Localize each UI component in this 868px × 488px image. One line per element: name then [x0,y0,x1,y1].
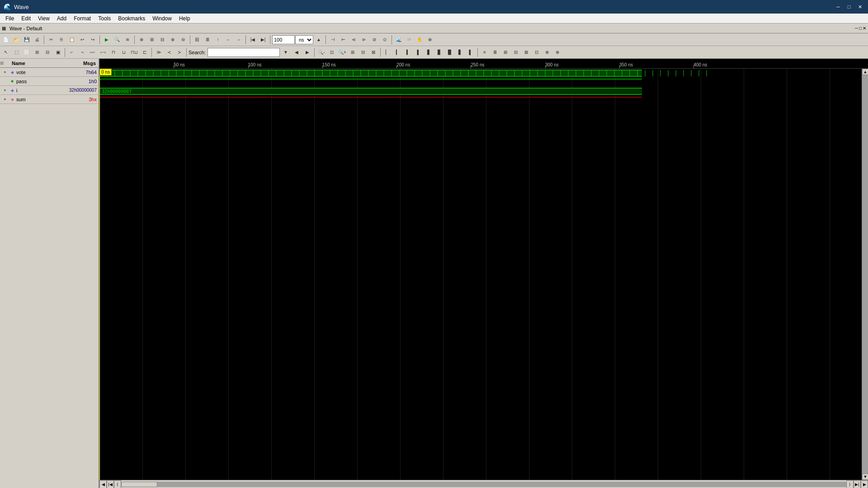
time-unit-select[interactable]: ns ps us [295,35,313,44]
signal-expand-sum[interactable]: + [2,96,8,103]
tb-copy-btn[interactable]: ⎘ [57,35,66,45]
h-scrollbar[interactable]: ◀ |◀ ⟨ ⟩ ▶| ▶ [99,480,868,488]
tb2-zoom-in2-btn[interactable]: 🔍+ [337,47,347,57]
menu-edit[interactable]: Edit [18,14,34,23]
tb2-opt6-btn[interactable]: ⊡ [532,47,542,57]
tb-cursor2-btn[interactable]: ☞ [404,35,414,45]
tb-up-btn[interactable]: ↑ [213,35,223,45]
tb2-zoom-cust-btn[interactable]: ⊠ [368,47,378,57]
tb2-select-btn[interactable]: ⬚ [11,47,21,57]
v-scrollbar[interactable]: ▲ ▼ [862,69,868,480]
tb-snap-btn[interactable]: ⊙ [380,35,390,45]
h-scroll-left-btn[interactable]: ◀ [99,480,107,488]
tb-print-btn[interactable]: 🖨 [32,35,42,45]
tb-right-btn[interactable]: → [234,35,244,45]
tb2-opt8-btn[interactable]: ⊗ [552,47,562,57]
menu-format[interactable]: Format [70,14,94,23]
tb-goto-start-btn[interactable]: |◀ [248,35,258,45]
tb-open-btn[interactable]: 📂 [11,35,21,45]
tb2-w9-btn[interactable]: ▌ [466,47,476,57]
tb-group-btn[interactable]: ≣ [203,35,212,45]
tb-add-divider-btn[interactable]: ⊞ [147,35,157,45]
h-scroll-prev-btn[interactable]: ⟨ [114,480,121,488]
tb-undo-btn[interactable]: ↩ [77,35,87,45]
menu-bookmarks[interactable]: Bookmarks [114,14,149,23]
tb-next-cursor-btn[interactable]: ⊳ [359,35,369,45]
tb2-w2-btn[interactable]: ▎ [393,47,403,57]
sub-close-btn[interactable]: ✕ [863,26,866,31]
tb-run-btn[interactable]: ▶ [102,35,112,45]
tb2-w6-btn[interactable]: ▊ [434,47,444,57]
tb2-zoom-full-btn[interactable]: ⊡ [327,47,337,57]
signal-expand-i[interactable]: + [2,87,8,94]
menu-tools[interactable]: Tools [94,14,114,23]
h-scroll-start-btn[interactable]: |◀ [107,480,114,488]
tb2-snap2-btn[interactable]: ⊟ [42,47,52,57]
minimize-button[interactable]: ─ [834,2,843,11]
time-input[interactable] [272,35,295,44]
tb-paste-btn[interactable]: 📋 [67,35,77,45]
tb-goto-end-btn[interactable]: ▶| [258,35,268,45]
close-button[interactable]: ✕ [855,2,864,11]
tb-prev-cursor-btn[interactable]: ⊲ [349,35,359,45]
signal-row-pass[interactable]: ◆ pass 1h0 [0,77,99,86]
signal-row-sum[interactable]: + ◈ sum 3hx [0,95,99,104]
tb2-zoom-select-btn[interactable]: ⬜ [22,47,32,57]
v-scroll-down-btn[interactable]: ▼ [862,474,868,480]
menu-file[interactable]: File [2,14,18,23]
tb-add-wave-btn[interactable]: ⊕ [137,35,146,45]
tb2-edge6-btn[interactable]: ⊔ [119,47,129,57]
tb2-cursor-btn[interactable]: ↖ [1,47,11,57]
sub-minimize-btn[interactable]: ─ [855,26,858,31]
tb2-opt1-btn[interactable]: ≡ [480,47,490,57]
tb-wave-btn[interactable]: ≋ [123,35,132,45]
tb2-opt2-btn[interactable]: ≣ [490,47,500,57]
tb2-type3-btn[interactable]: ≻ [175,47,184,57]
tb-time-up-btn[interactable]: ▲ [314,35,324,45]
tb2-w7-btn[interactable]: ▉ [445,47,455,57]
tb-add-comment-btn[interactable]: ⊟ [157,35,167,45]
tb-new-btn[interactable]: 📄 [1,35,11,45]
waveform-canvas[interactable]: 0 ns [99,69,862,480]
tb-hand-btn[interactable]: ✋ [415,35,425,45]
tb-prev-edge-btn[interactable]: ⊣ [328,35,338,45]
tb-left-btn[interactable]: ← [223,35,233,45]
v-scroll-up-btn[interactable]: ▲ [862,69,868,75]
signal-row-vote[interactable]: + ◈ vote 7h64 [0,68,99,77]
tb2-type1-btn[interactable]: ≫ [154,47,164,57]
h-scroll-end-btn[interactable]: ▶| [854,480,861,488]
tb2-measure-btn[interactable]: ⊞ [32,47,42,57]
tb2-type2-btn[interactable]: ≺ [164,47,174,57]
sub-restore-btn[interactable]: □ [859,26,862,31]
tb-save-btn[interactable]: 💾 [22,35,32,45]
tb2-w1-btn[interactable]: ▏ [382,47,392,57]
tb-link-btn[interactable]: ⛓ [192,35,202,45]
search-dropdown-btn[interactable]: ▼ [281,47,291,57]
tb2-edge3-btn[interactable]: ⌐⌐ [88,47,98,57]
tb2-edge4-btn[interactable]: ⌐¬ [98,47,108,57]
tb2-zoom-out2-btn[interactable]: 🔍- [316,47,326,57]
menu-add[interactable]: Add [53,14,70,23]
tb2-w5-btn[interactable]: ▋ [424,47,434,57]
tb-search-sig-btn[interactable]: 🔍 [112,35,122,45]
tb2-edge1-btn[interactable]: ⌐ [67,47,77,57]
signal-row-i[interactable]: + ◈ i 32h00000007 [0,86,99,95]
maximize-button[interactable]: □ [844,2,854,11]
menu-help[interactable]: Help [175,14,194,23]
h-scroll-right-btn[interactable]: ▶ [861,480,868,488]
tb-wave2-btn[interactable]: 🌊 [394,35,404,45]
tb2-w3-btn[interactable]: ▍ [403,47,413,57]
signal-expand-vote[interactable]: + [2,69,8,75]
tb-delete-btn[interactable]: ⊗ [168,35,178,45]
tb-zoom-out-btn[interactable]: ⊖ [178,35,188,45]
tb2-edge7-btn[interactable]: ⊓⊔ [129,47,139,57]
tb2-w8-btn[interactable]: ▋ [455,47,465,57]
tb2-zoom-snap-btn[interactable]: ⊟ [358,47,368,57]
search-next-btn[interactable]: ▶ [302,47,312,57]
tb-delete-edge-btn[interactable]: ⊘ [369,35,379,45]
tb-next-edge-btn[interactable]: ⊢ [338,35,348,45]
tb2-opt7-btn[interactable]: ⊕ [542,47,552,57]
h-scroll-next-btn[interactable]: ⟩ [846,480,854,488]
tb2-opt4-btn[interactable]: ⊟ [511,47,521,57]
search-prev-btn[interactable]: ◀ [292,47,302,57]
